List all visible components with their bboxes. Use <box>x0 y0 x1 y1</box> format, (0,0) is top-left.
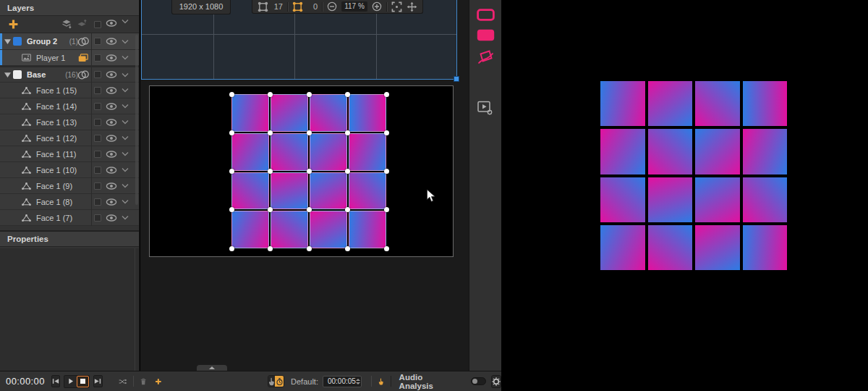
layer-options-chevron-icon[interactable] <box>122 55 129 60</box>
layer-select-checkbox[interactable] <box>94 87 101 94</box>
timeline-expand-tab[interactable] <box>197 365 227 371</box>
output-settings-icon[interactable] <box>477 101 493 115</box>
zoom-in-icon[interactable] <box>372 1 382 12</box>
mapped-face-cell[interactable] <box>349 133 386 171</box>
layer-row-face-1-15-[interactable]: Face 1 (15) <box>0 83 139 98</box>
layer-row-base[interactable]: Base(16) <box>0 66 139 83</box>
mapped-face-cell[interactable] <box>310 172 347 210</box>
zoom-level[interactable]: 117 % <box>341 1 367 12</box>
mapped-face-cell[interactable] <box>231 133 269 171</box>
layer-select-checkbox[interactable] <box>94 54 101 62</box>
stepper-down-icon[interactable] <box>356 382 360 384</box>
layer-row-face-1-12-[interactable]: Face 1 (12) <box>0 130 139 146</box>
draw-rectangle-outline-icon[interactable] <box>477 9 495 21</box>
layers-scrollbar[interactable] <box>135 35 138 205</box>
visibility-eye-icon[interactable] <box>106 70 117 79</box>
expander-icon[interactable] <box>4 72 11 77</box>
visibility-eye-icon[interactable] <box>106 134 117 143</box>
pan-icon[interactable] <box>407 1 417 12</box>
visibility-all-eye-icon[interactable] <box>106 19 117 28</box>
mapped-face-cell[interactable] <box>271 94 308 132</box>
stop-button[interactable] <box>77 376 89 387</box>
mapped-face-cell[interactable] <box>271 172 308 210</box>
visibility-eye-icon[interactable] <box>106 37 117 46</box>
play-button[interactable] <box>64 376 77 387</box>
layer-select-checkbox[interactable] <box>94 198 101 206</box>
timer-advance-segment[interactable] <box>275 376 284 387</box>
mapped-face-cell[interactable] <box>231 172 269 210</box>
canvas-workspace[interactable]: 1920 x 1080 17 0 117 % <box>140 0 469 371</box>
visibility-eye-icon[interactable] <box>106 118 117 127</box>
layer-select-checkbox[interactable] <box>94 214 101 222</box>
visibility-eye-icon[interactable] <box>106 214 117 222</box>
layers-options-chevron-icon[interactable] <box>122 19 129 24</box>
layer-options-chevron-icon[interactable] <box>122 119 129 125</box>
audio-analysis-toggle[interactable] <box>471 377 486 385</box>
tap-tempo-icon[interactable] <box>378 377 384 387</box>
layer-row-face-1-14-[interactable]: Face 1 (14) <box>0 98 139 114</box>
mapped-face-cell[interactable] <box>271 133 308 171</box>
layer-row-face-1-8-[interactable]: Face 1 (8) <box>0 194 139 210</box>
visibility-eye-icon[interactable] <box>106 166 117 175</box>
layer-select-checkbox[interactable] <box>94 151 101 158</box>
mapped-face-cell[interactable] <box>271 211 308 248</box>
layer-row-face-1-7-[interactable]: Face 1 (7) <box>0 210 139 226</box>
layer-select-checkbox[interactable] <box>94 119 101 126</box>
expander-icon[interactable] <box>4 39 11 44</box>
duration-stepper[interactable] <box>356 379 360 384</box>
visibility-eye-icon[interactable] <box>106 54 117 62</box>
add-scene-button[interactable] <box>155 377 162 387</box>
add-layer-button[interactable] <box>8 19 19 30</box>
move-layer-up-icon[interactable] <box>76 19 88 29</box>
fit-view-icon[interactable] <box>391 1 402 12</box>
layer-options-chevron-icon[interactable] <box>122 183 129 188</box>
layer-row-face-1-9-[interactable]: Face 1 (9) <box>0 178 139 194</box>
bezier-warp-icon[interactable] <box>292 1 303 12</box>
visibility-eye-icon[interactable] <box>106 150 117 159</box>
audio-settings-button[interactable] <box>491 375 501 388</box>
delete-scene-icon[interactable] <box>140 377 146 387</box>
layer-row-face-1-11-[interactable]: Face 1 (11) <box>0 146 139 162</box>
layer-select-checkbox[interactable] <box>94 38 101 45</box>
manual-advance-segment[interactable] <box>268 376 276 387</box>
visibility-eye-icon[interactable] <box>106 102 117 111</box>
visibility-eye-icon[interactable] <box>106 182 117 190</box>
draw-freehand-shape-icon[interactable] <box>477 49 494 64</box>
layer-select-checkbox[interactable] <box>94 103 101 110</box>
visibility-eye-icon[interactable] <box>106 198 117 206</box>
layer-options-chevron-icon[interactable] <box>122 199 129 204</box>
mapped-face-cell[interactable] <box>231 211 269 248</box>
layer-options-chevron-icon[interactable] <box>122 104 129 109</box>
skip-start-button[interactable] <box>51 375 60 387</box>
layer-options-chevron-icon[interactable] <box>122 151 129 156</box>
shuffle-icon[interactable] <box>119 377 127 386</box>
layer-options-chevron-icon[interactable] <box>122 39 129 44</box>
draw-rectangle-filled-icon[interactable] <box>477 29 495 41</box>
zoom-out-icon[interactable] <box>327 1 337 12</box>
layer-row-face-1-10-[interactable]: Face 1 (10) <box>0 162 139 178</box>
layer-options-chevron-icon[interactable] <box>122 135 129 140</box>
layer-select-checkbox[interactable] <box>94 182 101 190</box>
select-all-checkbox[interactable] <box>94 21 101 28</box>
layer-options-chevron-icon[interactable] <box>122 215 129 220</box>
visibility-eye-icon[interactable] <box>106 86 117 95</box>
mapped-face-cell[interactable] <box>310 211 347 248</box>
mapped-face-cell[interactable] <box>310 94 347 132</box>
move-layer-down-icon[interactable] <box>61 19 72 29</box>
layer-options-chevron-icon[interactable] <box>122 88 129 93</box>
layer-options-chevron-icon[interactable] <box>122 72 129 77</box>
layer-row-group-2[interactable]: Group 2(1) <box>0 33 139 50</box>
layer-select-checkbox[interactable] <box>94 135 101 142</box>
mapped-face-cell[interactable] <box>349 94 386 132</box>
layer-select-checkbox[interactable] <box>94 167 101 174</box>
mapped-face-cell[interactable] <box>310 133 347 171</box>
mapped-face-cell[interactable] <box>349 172 386 210</box>
layer-color-swatch[interactable] <box>13 70 22 79</box>
default-duration-input[interactable]: 00:00:05 <box>323 376 362 387</box>
mapped-face-cell[interactable] <box>231 94 269 132</box>
layer-color-swatch[interactable] <box>13 37 22 46</box>
selection-corner-handle[interactable] <box>454 76 459 82</box>
layer-options-chevron-icon[interactable] <box>122 167 129 172</box>
layer-row-face-1-13-[interactable]: Face 1 (13) <box>0 114 139 130</box>
layer-row-player-1[interactable]: Player 1 <box>0 50 139 66</box>
